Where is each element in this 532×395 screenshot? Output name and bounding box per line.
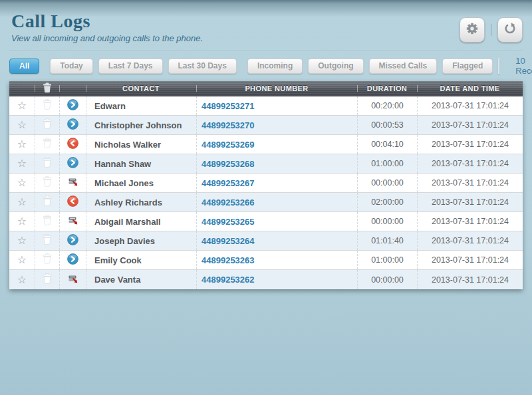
delete-cell[interactable] bbox=[35, 270, 59, 289]
records-label: 10 Records bbox=[515, 56, 532, 76]
star-icon[interactable]: ☆ bbox=[17, 255, 27, 265]
header-contact: CONTACT bbox=[86, 81, 196, 96]
filter-incoming[interactable]: Incoming bbox=[247, 59, 303, 74]
favorite-cell[interactable]: ☆ bbox=[9, 212, 35, 231]
star-icon[interactable]: ☆ bbox=[17, 120, 27, 130]
filter-last-7-days[interactable]: Last 7 Days bbox=[98, 59, 163, 74]
favorite-cell[interactable]: ☆ bbox=[9, 231, 35, 250]
delete-cell[interactable] bbox=[35, 154, 59, 173]
phone-link[interactable]: 44899253262 bbox=[201, 275, 255, 285]
gear-icon bbox=[466, 22, 479, 38]
star-icon[interactable]: ☆ bbox=[17, 178, 27, 188]
phone-link[interactable]: 44899253266 bbox=[201, 198, 255, 207]
header-delete-column[interactable] bbox=[35, 81, 59, 96]
phone-link[interactable]: 44899253270 bbox=[201, 120, 255, 130]
records-per-page-dropdown[interactable]: 10 Records ▼ bbox=[515, 56, 532, 76]
contact-cell: Joseph Davies bbox=[86, 231, 196, 250]
header-date-and-time: DATE AND TIME bbox=[417, 81, 523, 96]
duration-cell: 00:20:00 bbox=[357, 96, 417, 115]
trash-icon[interactable] bbox=[43, 99, 52, 112]
filter-last-30-days[interactable]: Last 30 Days bbox=[168, 59, 237, 74]
phone-link[interactable]: 44899253268 bbox=[201, 159, 255, 169]
delete-cell[interactable] bbox=[35, 193, 59, 211]
delete-cell[interactable] bbox=[35, 212, 59, 231]
favorite-cell[interactable]: ☆ bbox=[9, 251, 35, 269]
trash-icon[interactable] bbox=[43, 118, 52, 132]
phone-link[interactable]: 44899253267 bbox=[201, 178, 255, 188]
datetime-cell: 2013-07-31 17:01:24 bbox=[417, 212, 523, 231]
favorite-cell[interactable]: ☆ bbox=[9, 174, 35, 192]
trash-icon[interactable] bbox=[43, 196, 52, 209]
missed-call-icon bbox=[68, 273, 78, 287]
delete-cell[interactable] bbox=[35, 174, 59, 192]
phone-link[interactable]: 44899253263 bbox=[201, 255, 255, 265]
refresh-icon bbox=[503, 22, 517, 38]
star-icon[interactable]: ☆ bbox=[17, 235, 27, 246]
prev-page-button[interactable]: ◀ bbox=[499, 59, 499, 74]
phone-link[interactable]: 44899253265 bbox=[201, 217, 255, 227]
trash-icon[interactable] bbox=[43, 253, 52, 267]
table-row: ☆ Hannah Shaw 44899253268 01:00:00 bbox=[9, 154, 523, 174]
header-duration: DURATION bbox=[357, 81, 417, 96]
incoming-call-icon bbox=[67, 138, 78, 152]
phone-link[interactable]: 44899253271 bbox=[201, 101, 255, 111]
delete-cell[interactable] bbox=[35, 96, 59, 115]
star-icon[interactable]: ☆ bbox=[17, 139, 27, 150]
delete-cell[interactable] bbox=[35, 135, 59, 154]
delete-cell[interactable] bbox=[35, 251, 59, 269]
star-icon[interactable]: ☆ bbox=[17, 158, 27, 169]
trash-icon[interactable] bbox=[43, 138, 52, 151]
filter-bar: All Today Last 7 Days Last 30 Days Incom… bbox=[9, 56, 523, 76]
delete-cell[interactable] bbox=[35, 231, 59, 250]
star-icon[interactable]: ☆ bbox=[17, 275, 27, 285]
star-icon[interactable]: ☆ bbox=[17, 216, 27, 227]
filter-outgoing[interactable]: Outgoing bbox=[308, 59, 363, 74]
page-subtitle: View all incoming and outgoing calls to … bbox=[11, 33, 523, 43]
favorite-cell[interactable]: ☆ bbox=[9, 270, 35, 289]
call-type-cell bbox=[59, 96, 86, 115]
header-phone-number: PHONE NUMBER bbox=[196, 81, 357, 96]
table-row: ☆ Nicholas Walker 44899253269 00:04:1 bbox=[9, 135, 523, 154]
favorite-cell[interactable]: ☆ bbox=[9, 96, 35, 115]
refresh-button[interactable] bbox=[497, 17, 523, 43]
trash-icon[interactable] bbox=[43, 157, 52, 170]
call-logs-page: Call Logs View all incoming and outgoing… bbox=[0, 0, 532, 289]
filter-missed-calls[interactable]: Missed Calls bbox=[369, 59, 438, 74]
contact-cell: Nicholas Walker bbox=[86, 135, 196, 154]
table-row: ☆ Edwarn 44899253271 00:20:00 201 bbox=[9, 96, 523, 116]
pagination: ◀ 1 ▶ bbox=[498, 58, 499, 74]
call-type-cell bbox=[59, 135, 86, 154]
contact-cell: Emily Cook bbox=[86, 251, 196, 269]
favorite-cell[interactable]: ☆ bbox=[9, 116, 35, 134]
filter-all[interactable]: All bbox=[9, 59, 39, 74]
phone-cell: 44899253271 bbox=[196, 96, 357, 115]
trash-icon[interactable] bbox=[43, 176, 52, 190]
favorite-cell[interactable]: ☆ bbox=[9, 154, 35, 173]
phone-cell: 44899253269 bbox=[196, 135, 357, 154]
favorite-cell[interactable]: ☆ bbox=[9, 193, 35, 211]
filter-flagged[interactable]: Flagged bbox=[442, 59, 493, 74]
delete-cell[interactable] bbox=[35, 116, 59, 134]
trash-icon[interactable] bbox=[43, 215, 52, 228]
star-icon[interactable]: ☆ bbox=[17, 100, 27, 111]
table-row: ☆ Dave Vanta 44899253262 bbox=[9, 270, 523, 289]
star-icon[interactable]: ☆ bbox=[17, 197, 27, 207]
incoming-call-icon bbox=[67, 196, 78, 209]
datetime-cell: 2013-07-31 17:01:24 bbox=[417, 116, 523, 134]
outgoing-call-icon bbox=[67, 118, 78, 132]
call-logs-table: CONTACT PHONE NUMBER DURATION DATE AND T… bbox=[9, 81, 523, 289]
phone-link[interactable]: 44899253269 bbox=[201, 140, 255, 150]
filter-today[interactable]: Today bbox=[50, 59, 92, 74]
trash-icon[interactable] bbox=[43, 234, 52, 247]
duration-cell: 00:00:00 bbox=[357, 174, 417, 192]
datetime-cell: 2013-07-31 17:01:24 bbox=[417, 135, 523, 154]
settings-button[interactable] bbox=[460, 17, 485, 43]
phone-link[interactable]: 44899253264 bbox=[201, 236, 255, 246]
phone-cell: 44899253268 bbox=[196, 154, 357, 173]
trash-icon[interactable] bbox=[43, 273, 52, 287]
phone-cell: 44899253262 bbox=[196, 270, 357, 289]
favorite-cell[interactable]: ☆ bbox=[9, 135, 35, 154]
contact-cell: Edwarn bbox=[86, 96, 196, 115]
phone-cell: 44899253264 bbox=[196, 231, 357, 250]
datetime-cell: 2013-07-31 17:01:24 bbox=[417, 251, 523, 269]
